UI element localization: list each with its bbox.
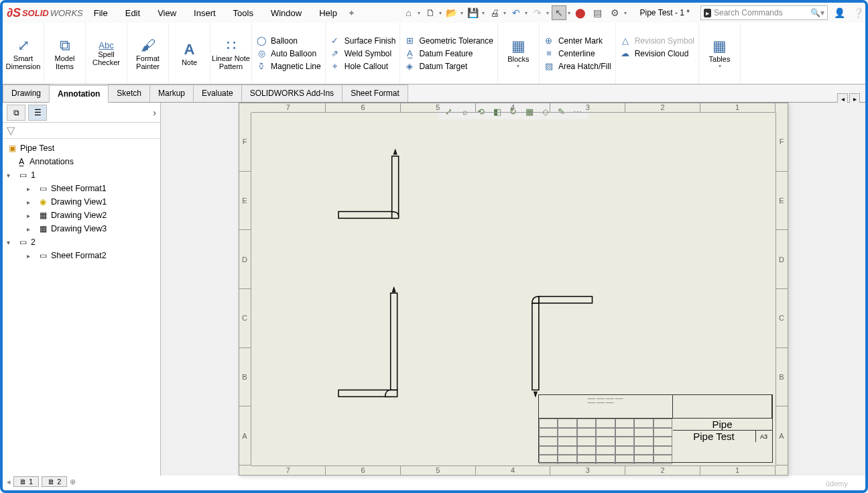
ds-logo-icon: ∂S (7, 6, 21, 20)
hole-icon: ⌖ (330, 61, 340, 72)
centerline-button[interactable]: ≡Centerline (544, 48, 611, 59)
datum-target-button[interactable]: ◈Datum Target (404, 61, 493, 72)
title-block: —— —— —— ———— —— —— Pipe (538, 394, 773, 463)
tab-sketch[interactable]: Sketch (108, 85, 150, 102)
sheet-tab-2[interactable]: 🗎 2 (42, 476, 67, 487)
surface-finish-button[interactable]: ✓Surface Finish (330, 36, 396, 46)
redo-icon[interactable]: ↷ (530, 5, 545, 20)
smart-dimension-button[interactable]: ⤢Smart Dimension (3, 23, 44, 84)
document-title: Pipe Test - 1 * (633, 8, 696, 17)
watermark: ûdemy (826, 480, 848, 488)
app-logo: ∂S SOLIDWORKS (7, 6, 83, 20)
dimension-icon: ⤢ (17, 37, 29, 54)
ruler-left: FEDCBA (239, 113, 251, 465)
sheet-icon: ▭ (17, 170, 28, 180)
ruler-right: FEDCBA (776, 113, 788, 465)
save-icon[interactable]: 💾 (466, 5, 481, 20)
format-icon: ▭ (38, 183, 48, 194)
options-list-icon[interactable]: ▤ (591, 5, 605, 20)
weld-symbol-button[interactable]: ⇗Weld Symbol (330, 48, 396, 59)
tab-sheet-format[interactable]: Sheet Format (342, 85, 408, 102)
tables-button[interactable]: ▦Tables▾ (699, 23, 741, 84)
tree-sheet2[interactable]: ▾▭2 (4, 235, 159, 249)
format-painter-button[interactable]: 🖌Format Painter (127, 23, 169, 84)
svg-rect-1 (338, 211, 391, 218)
home-icon[interactable]: ⌂ (401, 5, 416, 20)
menu-view[interactable]: View (151, 5, 183, 21)
tolerance-icon: ⊞ (404, 36, 415, 46)
pattern-icon: ∷ (227, 37, 236, 54)
magnetic-line-button[interactable]: ⧲Magnetic Line (256, 61, 321, 72)
blocks-button[interactable]: ▦Blocks▾ (498, 23, 540, 84)
svg-rect-4 (390, 293, 397, 390)
view-icon: ▦ (38, 223, 48, 234)
tree-annotations[interactable]: A̲Annotations (4, 155, 159, 168)
svg-marker-6 (392, 288, 395, 292)
help-icon[interactable]: ❔ (851, 5, 865, 20)
tree-drawing-view2[interactable]: ▸▦Drawing View2 (4, 209, 159, 222)
print-icon[interactable]: 🖨 (487, 5, 502, 20)
menu-edit[interactable]: Edit (119, 5, 147, 21)
fm-tab-tree[interactable]: ☰ (28, 105, 47, 121)
rebuild-icon[interactable]: ⬤ (573, 5, 588, 20)
user-icon[interactable]: 👤 (832, 5, 847, 20)
model-items-button[interactable]: ⧉Model Items (44, 23, 86, 84)
tab-drawing[interactable]: Drawing (3, 85, 50, 102)
tab-evaluate[interactable]: Evaluate (193, 85, 242, 102)
balloon-button[interactable]: ◯Balloon (256, 36, 321, 46)
open-icon[interactable]: 📂 (444, 5, 459, 20)
surface-icon: ✓ (330, 36, 340, 46)
tree-drawing-view1[interactable]: ▸◉Drawing View1 (4, 195, 159, 209)
tree-sheet-format1[interactable]: ▸▭Sheet Format1 (4, 182, 159, 195)
magnetic-icon: ⧲ (256, 61, 267, 72)
tree-drawing-view3[interactable]: ▸▦Drawing View3 (4, 222, 159, 235)
spell-icon: Abc (99, 40, 113, 50)
linear-note-pattern-button[interactable]: ∷Linear Note Pattern (210, 23, 252, 84)
spell-checker-button[interactable]: AbcSpell Checker (86, 23, 127, 84)
ruler-bottom: 7654321 (251, 465, 776, 475)
ruler-top: 7654321 (251, 103, 776, 113)
annotations-icon: A̲ (16, 156, 27, 167)
drawing-canvas[interactable]: ⤢ ⌕ ⟲ ◧ ↻ ▦ ◇ ✎ ⋯ 7654321 7654321 FEDCBA… (161, 103, 865, 476)
note-icon: A (184, 41, 195, 58)
search-commands-input[interactable]: ▸ Search Commands 🔍▾ (700, 5, 828, 20)
area-hatch-button[interactable]: ▨Area Hatch/Fill (544, 61, 611, 72)
tab-annotation[interactable]: Annotation (49, 85, 109, 103)
revision-cloud-button[interactable]: ☁Revision Cloud (620, 48, 694, 59)
tab-addins[interactable]: SOLIDWORKS Add-Ins (241, 85, 343, 102)
undo-icon[interactable]: ↶ (509, 5, 523, 20)
add-sheet-button[interactable]: ⊕ (70, 478, 76, 486)
sheet-tab-prev[interactable]: ◂ (7, 478, 11, 486)
menu-tools[interactable]: Tools (227, 5, 260, 21)
settings-icon[interactable]: ⚙ (608, 5, 623, 20)
logo-works: WORKS (50, 8, 83, 18)
drawing-icon: ▣ (7, 143, 17, 154)
tab-markup[interactable]: Markup (149, 85, 194, 102)
geometric-tolerance-button[interactable]: ⊞Geometric Tolerance (404, 36, 493, 46)
menu-help[interactable]: Help (312, 5, 344, 21)
tree-sheet1[interactable]: ▾▭1 (4, 168, 159, 182)
hole-callout-button[interactable]: ⌖Hole Callout (330, 61, 396, 72)
tree-root[interactable]: ▣Pipe Test (4, 142, 159, 155)
filter-icon[interactable]: ▽ (7, 124, 15, 137)
title-pipe-test: Pipe Test (673, 431, 756, 442)
search-icon: 🔍▾ (810, 8, 824, 17)
tree-sheet-format2[interactable]: ▸▭Sheet Format2 (4, 249, 159, 262)
menu-insert[interactable]: Insert (187, 5, 223, 21)
note-button[interactable]: ANote (169, 23, 210, 84)
fm-tab-assembly[interactable]: ⧉ (7, 105, 25, 121)
svg-rect-7 (532, 303, 538, 390)
new-icon[interactable]: 🗋 (423, 5, 438, 20)
fm-expand-button[interactable]: › (153, 107, 156, 118)
menu-window[interactable]: Window (264, 5, 308, 21)
center-mark-button[interactable]: ⊕Center Mark (544, 36, 611, 46)
menu-file[interactable]: File (87, 5, 115, 21)
format-icon: ▭ (38, 250, 48, 261)
sheet-tab-1[interactable]: 🗎 1 (13, 476, 39, 487)
datum-feature-button[interactable]: A̲Datum Feature (404, 48, 493, 59)
view-icon: ◉ (38, 197, 48, 207)
auto-balloon-button[interactable]: ◎Auto Balloon (256, 48, 321, 59)
sheet-icon: ▭ (17, 237, 28, 248)
select-icon[interactable]: ↖ (552, 5, 566, 20)
status-bar: ◂ 🗎 1 🗎 2 ⊕ ûdemy (7, 476, 861, 488)
